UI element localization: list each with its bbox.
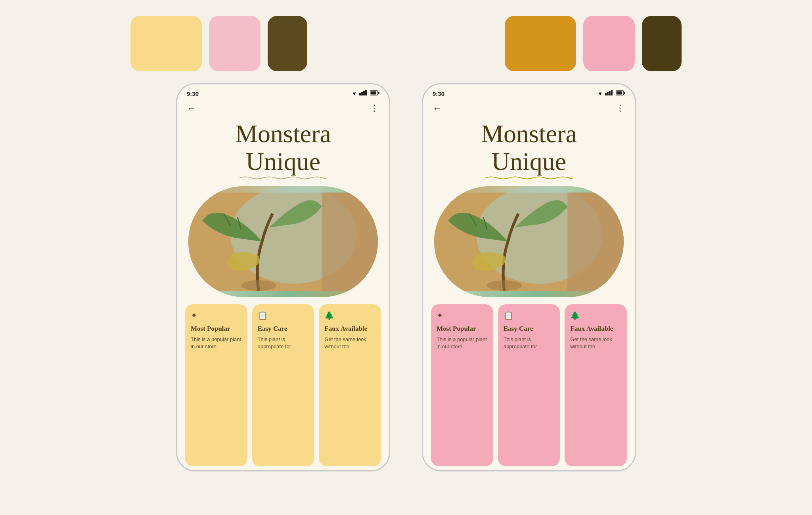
svg-rect-14 bbox=[611, 90, 613, 95]
card-most-popular-right: ✦ Most Popular This is a popular plant i… bbox=[431, 304, 493, 466]
swatch-brown-dark bbox=[268, 16, 307, 71]
svg-rect-12 bbox=[607, 92, 609, 95]
sparkle-icon-left: ✦ bbox=[191, 311, 242, 320]
svg-rect-11 bbox=[605, 93, 607, 95]
cards-section-left: ✦ Most Popular This is a popular plant i… bbox=[177, 297, 389, 470]
plant-name-right: MonsteraUnique bbox=[435, 120, 623, 176]
wifi-icon-right: ▼ bbox=[598, 91, 603, 97]
card-desc-care-left: This plant is appropriate for bbox=[258, 336, 309, 350]
plant-title-left: MonsteraUnique bbox=[177, 116, 389, 180]
svg-point-21 bbox=[487, 280, 522, 291]
card-title-care-right: Easy Care bbox=[504, 325, 555, 333]
right-palette bbox=[505, 16, 682, 71]
wifi-icon: ▼ bbox=[352, 91, 357, 97]
signal-icon bbox=[359, 90, 367, 97]
card-desc-faux-left: Get the same look without the bbox=[324, 336, 375, 350]
battery-icon bbox=[370, 90, 379, 97]
plant-title-right: MonsteraUnique bbox=[423, 116, 635, 180]
swatch-pink-light bbox=[209, 16, 260, 71]
clipboard-icon-left: 📋 bbox=[258, 311, 309, 320]
card-title-popular-left: Most Popular bbox=[191, 325, 242, 333]
card-title-faux-right: Faux Available bbox=[570, 325, 621, 333]
more-button-right[interactable]: ⋮ bbox=[616, 103, 625, 113]
svg-rect-17 bbox=[624, 92, 625, 94]
plant-name-left: MonsteraUnique bbox=[189, 120, 377, 176]
svg-point-10 bbox=[241, 280, 276, 291]
card-desc-popular-right: This is a popular plant in our store bbox=[437, 336, 488, 350]
card-desc-popular-left: This is a popular plant in our store bbox=[191, 336, 242, 350]
title-underline-right bbox=[485, 176, 573, 180]
card-most-popular-left: ✦ Most Popular This is a popular plant i… bbox=[185, 304, 247, 466]
status-bar-left: 9:30 ▼ bbox=[177, 84, 389, 99]
svg-rect-1 bbox=[361, 92, 363, 95]
signal-icon-right bbox=[605, 90, 613, 97]
card-faux-right: 🌲 Faux Available Get the same look witho… bbox=[565, 304, 627, 466]
plant-image-left bbox=[188, 186, 378, 297]
card-faux-left: 🌲 Faux Available Get the same look witho… bbox=[319, 304, 381, 466]
card-title-care-left: Easy Care bbox=[258, 325, 309, 333]
swatch-pink-saturated bbox=[583, 16, 635, 71]
nav-bar-left: ← ⋮ bbox=[177, 99, 389, 116]
clipboard-icon-right: 📋 bbox=[504, 311, 555, 320]
plant-photo-right bbox=[434, 186, 624, 297]
color-swatches-section bbox=[0, 0, 812, 83]
svg-rect-3 bbox=[365, 90, 367, 95]
more-button-left[interactable]: ⋮ bbox=[370, 103, 379, 113]
status-icons-left: ▼ bbox=[352, 90, 379, 97]
card-title-faux-left: Faux Available bbox=[324, 325, 375, 333]
status-bar-right: 9:30 ▼ bbox=[423, 84, 635, 99]
back-button-left[interactable]: ← bbox=[187, 103, 196, 114]
back-button-right[interactable]: ← bbox=[433, 103, 442, 114]
left-palette bbox=[130, 16, 307, 71]
svg-rect-13 bbox=[609, 91, 611, 95]
plant-photo-left bbox=[188, 186, 378, 297]
swatch-yellow-light bbox=[130, 16, 202, 71]
card-desc-faux-right: Get the same look without the bbox=[570, 336, 621, 350]
svg-rect-16 bbox=[617, 92, 622, 95]
tree-icon-right: 🌲 bbox=[570, 311, 621, 320]
card-desc-care-right: This plant is appropriate for bbox=[504, 336, 555, 350]
cards-section-right: ✦ Most Popular This is a popular plant i… bbox=[423, 297, 635, 470]
svg-rect-0 bbox=[359, 93, 361, 95]
svg-rect-6 bbox=[378, 92, 379, 94]
card-easy-care-right: 📋 Easy Care This plant is appropriate fo… bbox=[498, 304, 560, 466]
swatch-brown-saturated bbox=[642, 16, 682, 71]
plant-image-right bbox=[434, 186, 624, 297]
time-right: 9:30 bbox=[433, 90, 444, 97]
phone-left: 9:30 ▼ ← ⋮ MonsteraUnique bbox=[176, 83, 390, 471]
swatch-yellow-saturated bbox=[505, 16, 576, 71]
battery-icon-right bbox=[616, 90, 625, 97]
title-underline-left bbox=[239, 176, 327, 180]
svg-rect-9 bbox=[322, 193, 378, 291]
phone-right-screen: 9:30 ▼ ← ⋮ MonsteraUnique bbox=[423, 84, 635, 470]
svg-rect-5 bbox=[371, 92, 376, 95]
svg-rect-2 bbox=[363, 91, 365, 95]
card-easy-care-left: 📋 Easy Care This plant is appropriate fo… bbox=[252, 304, 314, 466]
time-left: 9:30 bbox=[187, 90, 199, 97]
status-icons-right: ▼ bbox=[598, 90, 625, 97]
phone-right: 9:30 ▼ ← ⋮ MonsteraUnique bbox=[422, 83, 636, 471]
svg-rect-20 bbox=[567, 193, 624, 291]
sparkle-icon-right: ✦ bbox=[437, 311, 488, 320]
tree-icon-left: 🌲 bbox=[324, 311, 375, 320]
phone-left-screen: 9:30 ▼ ← ⋮ MonsteraUnique bbox=[177, 84, 389, 470]
phones-section: 9:30 ▼ ← ⋮ MonsteraUnique bbox=[0, 83, 812, 515]
nav-bar-right: ← ⋮ bbox=[423, 99, 635, 116]
card-title-popular-right: Most Popular bbox=[437, 325, 488, 333]
